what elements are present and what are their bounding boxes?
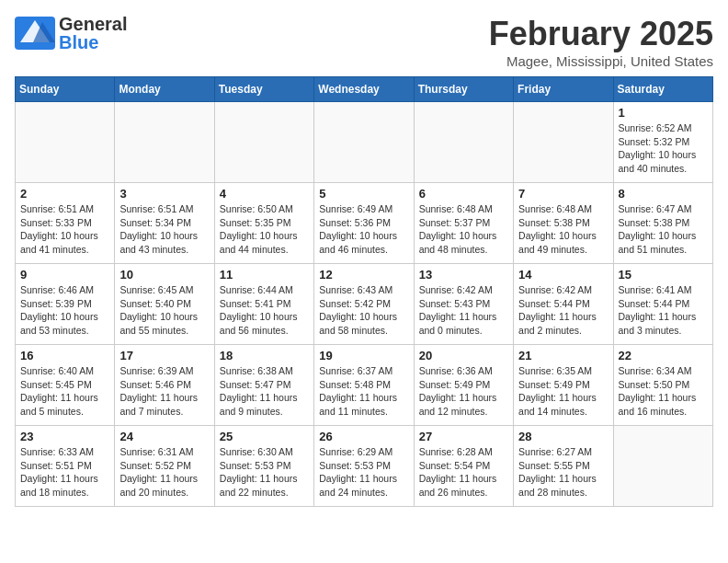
day-info: Sunrise: 6:34 AM Sunset: 5:50 PM Dayligh… [619, 364, 708, 419]
weekday-header-row: SundayMondayTuesdayWednesdayThursdayFrid… [16, 77, 713, 102]
day-info: Sunrise: 6:48 AM Sunset: 5:37 PM Dayligh… [419, 202, 508, 257]
month-title: February 2025 [489, 15, 713, 53]
day-number: 19 [319, 349, 408, 362]
day-number: 2 [20, 187, 109, 201]
weekday-header-sunday: Sunday [16, 77, 115, 102]
calendar-cell: 8Sunrise: 6:47 AM Sunset: 5:38 PM Daylig… [613, 183, 712, 264]
logo: General Blue [15, 15, 127, 52]
calendar-cell [16, 102, 115, 183]
calendar-cell: 11Sunrise: 6:44 AM Sunset: 5:41 PM Dayli… [214, 264, 313, 345]
day-info: Sunrise: 6:45 AM Sunset: 5:40 PM Dayligh… [119, 283, 209, 338]
day-info: Sunrise: 6:28 AM Sunset: 5:54 PM Dayligh… [419, 445, 508, 500]
weekday-header-wednesday: Wednesday [314, 77, 414, 102]
logo-name: General Blue [59, 15, 127, 52]
day-number: 5 [319, 187, 408, 201]
week-row-0: 1Sunrise: 6:52 AM Sunset: 5:32 PM Daylig… [16, 102, 713, 183]
day-info: Sunrise: 6:40 AM Sunset: 5:45 PM Dayligh… [20, 364, 109, 419]
calendar-table: SundayMondayTuesdayWednesdayThursdayFrid… [15, 76, 713, 507]
week-row-2: 9Sunrise: 6:46 AM Sunset: 5:39 PM Daylig… [16, 264, 713, 345]
day-number: 17 [119, 349, 209, 362]
day-number: 1 [619, 106, 708, 120]
day-number: 7 [518, 187, 608, 201]
day-number: 4 [220, 187, 309, 201]
logo-general: General [59, 14, 127, 34]
calendar-cell: 2Sunrise: 6:51 AM Sunset: 5:33 PM Daylig… [16, 183, 115, 264]
calendar-cell: 23Sunrise: 6:33 AM Sunset: 5:51 PM Dayli… [16, 426, 115, 507]
weekday-header-friday: Friday [514, 77, 613, 102]
calendar-cell: 22Sunrise: 6:34 AM Sunset: 5:50 PM Dayli… [613, 345, 712, 426]
week-row-3: 16Sunrise: 6:40 AM Sunset: 5:45 PM Dayli… [16, 345, 713, 426]
calendar-cell: 28Sunrise: 6:27 AM Sunset: 5:55 PM Dayli… [514, 426, 613, 507]
calendar-cell: 9Sunrise: 6:46 AM Sunset: 5:39 PM Daylig… [16, 264, 115, 345]
location-subtitle: Magee, Mississippi, United States [489, 53, 713, 69]
calendar-cell: 27Sunrise: 6:28 AM Sunset: 5:54 PM Dayli… [414, 426, 513, 507]
calendar-cell: 3Sunrise: 6:51 AM Sunset: 5:34 PM Daylig… [115, 183, 214, 264]
day-number: 20 [419, 349, 508, 362]
day-info: Sunrise: 6:49 AM Sunset: 5:36 PM Dayligh… [319, 202, 408, 257]
day-info: Sunrise: 6:50 AM Sunset: 5:35 PM Dayligh… [220, 202, 309, 257]
day-info: Sunrise: 6:51 AM Sunset: 5:33 PM Dayligh… [20, 202, 109, 257]
weekday-header-saturday: Saturday [613, 77, 712, 102]
day-number: 9 [20, 268, 109, 282]
logo-icon [15, 17, 55, 50]
day-info: Sunrise: 6:46 AM Sunset: 5:39 PM Dayligh… [20, 283, 109, 338]
day-info: Sunrise: 6:51 AM Sunset: 5:34 PM Dayligh… [119, 202, 209, 257]
title-block: February 2025 Magee, Mississippi, United… [489, 15, 713, 69]
calendar-cell: 14Sunrise: 6:42 AM Sunset: 5:44 PM Dayli… [514, 264, 613, 345]
calendar-cell [514, 102, 613, 183]
calendar-cell [613, 426, 712, 507]
calendar-cell [214, 102, 313, 183]
logo-blue: Blue [59, 32, 98, 52]
calendar-cell [414, 102, 513, 183]
week-row-1: 2Sunrise: 6:51 AM Sunset: 5:33 PM Daylig… [16, 183, 713, 264]
day-number: 24 [119, 430, 209, 443]
calendar-cell: 12Sunrise: 6:43 AM Sunset: 5:42 PM Dayli… [314, 264, 414, 345]
day-info: Sunrise: 6:29 AM Sunset: 5:53 PM Dayligh… [319, 445, 408, 500]
calendar-cell: 4Sunrise: 6:50 AM Sunset: 5:35 PM Daylig… [214, 183, 313, 264]
day-number: 25 [220, 430, 309, 443]
day-info: Sunrise: 6:39 AM Sunset: 5:46 PM Dayligh… [119, 364, 209, 419]
day-info: Sunrise: 6:48 AM Sunset: 5:38 PM Dayligh… [518, 202, 608, 257]
day-info: Sunrise: 6:43 AM Sunset: 5:42 PM Dayligh… [319, 283, 408, 338]
day-number: 11 [220, 268, 309, 282]
calendar-cell: 26Sunrise: 6:29 AM Sunset: 5:53 PM Dayli… [314, 426, 414, 507]
day-number: 8 [619, 187, 708, 201]
day-number: 10 [119, 268, 209, 282]
day-info: Sunrise: 6:33 AM Sunset: 5:51 PM Dayligh… [20, 445, 109, 500]
day-number: 26 [319, 430, 408, 443]
calendar-cell: 17Sunrise: 6:39 AM Sunset: 5:46 PM Dayli… [115, 345, 214, 426]
day-number: 12 [319, 268, 408, 282]
calendar-cell: 16Sunrise: 6:40 AM Sunset: 5:45 PM Dayli… [16, 345, 115, 426]
weekday-header-thursday: Thursday [414, 77, 513, 102]
day-number: 6 [419, 187, 508, 201]
page-header: General Blue February 2025 Magee, Missis… [15, 15, 713, 69]
day-info: Sunrise: 6:44 AM Sunset: 5:41 PM Dayligh… [220, 283, 309, 338]
day-number: 3 [119, 187, 209, 201]
calendar-cell: 24Sunrise: 6:31 AM Sunset: 5:52 PM Dayli… [115, 426, 214, 507]
day-info: Sunrise: 6:27 AM Sunset: 5:55 PM Dayligh… [518, 445, 608, 500]
day-number: 27 [419, 430, 508, 443]
calendar-cell: 18Sunrise: 6:38 AM Sunset: 5:47 PM Dayli… [214, 345, 313, 426]
day-number: 21 [518, 349, 608, 362]
day-number: 22 [619, 349, 708, 362]
calendar-cell: 21Sunrise: 6:35 AM Sunset: 5:49 PM Dayli… [514, 345, 613, 426]
day-number: 23 [20, 430, 109, 443]
day-info: Sunrise: 6:35 AM Sunset: 5:49 PM Dayligh… [518, 364, 608, 419]
day-number: 16 [20, 349, 109, 362]
day-info: Sunrise: 6:31 AM Sunset: 5:52 PM Dayligh… [119, 445, 209, 500]
day-number: 14 [518, 268, 608, 282]
calendar-cell [314, 102, 414, 183]
calendar-cell: 15Sunrise: 6:41 AM Sunset: 5:44 PM Dayli… [613, 264, 712, 345]
calendar-cell: 1Sunrise: 6:52 AM Sunset: 5:32 PM Daylig… [613, 102, 712, 183]
calendar-cell: 6Sunrise: 6:48 AM Sunset: 5:37 PM Daylig… [414, 183, 513, 264]
day-info: Sunrise: 6:37 AM Sunset: 5:48 PM Dayligh… [319, 364, 408, 419]
day-number: 18 [220, 349, 309, 362]
day-info: Sunrise: 6:47 AM Sunset: 5:38 PM Dayligh… [619, 202, 708, 257]
day-number: 28 [518, 430, 608, 443]
day-info: Sunrise: 6:30 AM Sunset: 5:53 PM Dayligh… [220, 445, 309, 500]
calendar-cell: 19Sunrise: 6:37 AM Sunset: 5:48 PM Dayli… [314, 345, 414, 426]
weekday-header-tuesday: Tuesday [214, 77, 313, 102]
calendar-cell: 25Sunrise: 6:30 AM Sunset: 5:53 PM Dayli… [214, 426, 313, 507]
day-info: Sunrise: 6:42 AM Sunset: 5:44 PM Dayligh… [518, 283, 608, 338]
day-info: Sunrise: 6:52 AM Sunset: 5:32 PM Dayligh… [619, 121, 708, 176]
